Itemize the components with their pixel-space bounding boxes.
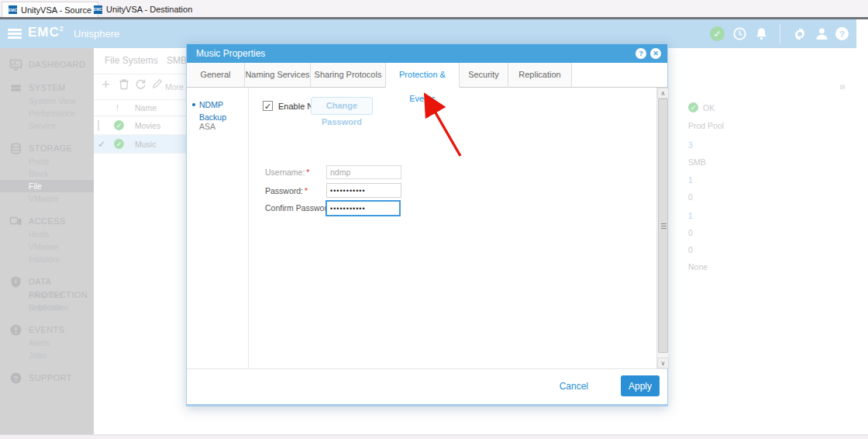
detail-link[interactable]: 3	[688, 140, 693, 150]
detail-link[interactable]: 1	[688, 211, 693, 220]
collapse-panel-icon[interactable]: »	[839, 79, 846, 92]
sidebar-item-system-view[interactable]: System View	[0, 95, 94, 107]
browser-tab-label: UnityVSA - Destination	[106, 5, 192, 14]
bottom-strip	[0, 434, 868, 439]
refresh-icon[interactable]	[135, 78, 146, 90]
row-name: Music	[135, 140, 156, 149]
system-ok-icon[interactable]: ✓	[709, 26, 725, 42]
close-icon[interactable]: ✕	[650, 48, 661, 59]
events-icon	[9, 323, 22, 337]
sidebar-label: STORAGE	[29, 143, 72, 153]
status-ok-icon: ✓	[114, 120, 124, 130]
edit-pencil-icon[interactable]	[152, 78, 163, 89]
sidebar-item-vmware-access[interactable]: VMware	[0, 240, 94, 253]
name-column-header[interactable]: Name	[135, 103, 157, 112]
sidebar-item-performance[interactable]: Performance	[0, 107, 94, 119]
sidebar-item-events[interactable]: EVENTS	[0, 323, 94, 337]
tab-protection-and-events[interactable]: Protection & Events	[386, 63, 460, 88]
password-label: Password:*	[265, 186, 308, 195]
bullet-icon	[192, 103, 195, 106]
nav-item-ndmp-backup[interactable]: NDMP Backup	[187, 99, 248, 111]
row-checkbox[interactable]: ✓	[98, 140, 106, 148]
sidebar-section-system: SYSTEM System View Performance Service	[0, 71, 94, 132]
dashboard-icon	[9, 58, 22, 71]
add-icon[interactable]: +	[102, 76, 110, 93]
sidebar-item-service[interactable]: Service	[0, 119, 94, 132]
svg-text:?: ?	[13, 374, 18, 382]
shield-icon	[9, 275, 22, 289]
confirm-password-field[interactable]	[326, 200, 401, 216]
sidebar-item-replication[interactable]: Replication	[0, 301, 94, 313]
dialog-footer: Cancel Apply	[187, 368, 667, 405]
status-column-header[interactable]: !	[116, 103, 119, 112]
sidebar-label: DATA PROTECTION	[29, 277, 88, 299]
scroll-up-icon[interactable]: ∧	[657, 88, 669, 99]
status-ok-icon: ✓	[688, 102, 698, 112]
scroll-down-icon[interactable]: ∨	[657, 358, 669, 368]
row-name: Movies	[135, 121, 160, 130]
alerts-bell-icon[interactable]	[753, 26, 770, 42]
scrollbar-thumb[interactable]	[658, 99, 668, 353]
username-label: Username:*	[265, 168, 309, 177]
sidebar-label: SYSTEM	[29, 83, 66, 92]
dialog-help-icon[interactable]: ?	[636, 48, 646, 59]
row-checkbox[interactable]	[98, 121, 106, 130]
sidebar-item-dashboard[interactable]: DASHBOARD	[0, 58, 94, 71]
detail-link[interactable]: 1	[688, 175, 693, 185]
sidebar-item-pools[interactable]: Pools	[0, 155, 94, 168]
help-icon[interactable]: ?	[834, 26, 850, 42]
sidebar-item-file[interactable]: File	[0, 180, 94, 192]
cancel-button[interactable]: Cancel	[560, 381, 588, 392]
product-name: Unisphere	[74, 28, 119, 40]
delete-icon[interactable]	[119, 78, 129, 90]
browser-tab-label: UnityVSA - Source	[21, 5, 91, 15]
tab-naming-services[interactable]: Naming Services	[245, 63, 311, 88]
enable-ndmp-checkbox[interactable]: ✓	[263, 101, 273, 111]
sidebar-item-initiators[interactable]: Initiators	[0, 253, 94, 265]
sidebar-item-system[interactable]: SYSTEM	[0, 81, 94, 95]
sidebar-item-vmware-storage[interactable]: VMware	[0, 192, 94, 205]
dialog-content: ✓ Enable NDMP Change Password Username:*…	[249, 88, 656, 368]
emc-favicon-icon: EMC	[94, 5, 102, 14]
tab-security[interactable]: Security	[460, 63, 508, 88]
menu-icon[interactable]	[8, 29, 22, 39]
sidebar-label: DASHBOARD	[29, 60, 85, 69]
apply-button[interactable]: Apply	[621, 375, 660, 396]
username-field[interactable]	[326, 165, 401, 179]
sidebar-item-data-protection[interactable]: DATA PROTECTION	[0, 275, 94, 289]
sidebar-section-data-protection: DATA PROTECTION Snapshot Schedule Replic…	[0, 265, 94, 313]
tab-general[interactable]: General	[187, 63, 245, 88]
sidebar-item-alerts[interactable]: Alerts	[0, 337, 94, 349]
tab-file-systems[interactable]: File Systems	[105, 55, 158, 66]
sidebar-item-hosts[interactable]: Hosts	[0, 228, 94, 240]
dialog-scrollbar[interactable]: ∧ ∨	[656, 88, 668, 368]
change-password-button[interactable]: Change Password	[311, 97, 373, 115]
tab-sharing-protocols[interactable]: Sharing Protocols	[311, 63, 386, 88]
settings-gear-icon[interactable]	[791, 26, 808, 42]
sidebar-item-jobs[interactable]: Jobs	[0, 349, 94, 361]
password-field[interactable]	[326, 183, 401, 198]
sidebar-label: SUPPORT	[29, 373, 72, 382]
browser-tab-strip: EMC UnityVSA - Source EMC UnityVSA - Des…	[0, 0, 868, 17]
sidebar-item-block[interactable]: Block	[0, 168, 94, 180]
browser-tab-source[interactable]: EMC UnityVSA - Source	[2, 2, 98, 17]
sidebar-item-storage[interactable]: STORAGE	[0, 142, 94, 155]
user-icon[interactable]	[814, 26, 830, 42]
emc-favicon-icon: EMC	[9, 5, 17, 14]
sidebar-item-support[interactable]: ? SUPPORT	[0, 372, 94, 385]
nav-item-asa[interactable]: ASA	[187, 120, 248, 133]
scrollbar-grip-icon	[661, 223, 666, 229]
sidebar-label: ACCESS	[29, 216, 66, 226]
sidebar: DASHBOARD SYSTEM System View Performance…	[0, 48, 94, 434]
storage-icon	[9, 142, 22, 155]
sidebar-section-support: ? SUPPORT	[0, 361, 94, 385]
jobs-history-icon[interactable]	[732, 26, 748, 42]
tab-replication[interactable]: Replication	[508, 63, 572, 88]
sidebar-item-access[interactable]: ACCESS	[0, 215, 94, 228]
system-icon	[9, 81, 22, 95]
browser-tab-destination[interactable]: EMC UnityVSA - Destination	[88, 2, 198, 17]
dialog-side-nav: NDMP Backup ASA	[187, 88, 249, 368]
access-icon	[9, 215, 22, 228]
dialog-tabs: General Naming Services Sharing Protocol…	[187, 63, 667, 88]
support-icon: ?	[9, 372, 22, 385]
